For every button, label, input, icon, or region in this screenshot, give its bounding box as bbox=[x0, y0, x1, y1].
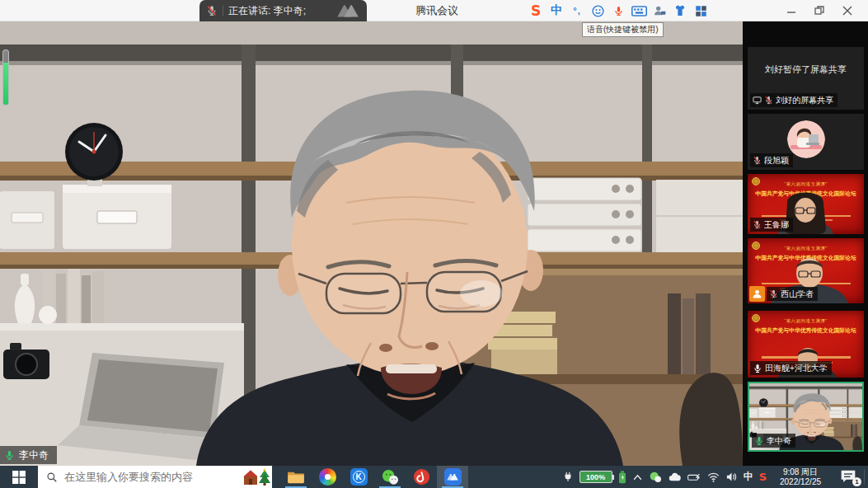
mic-speaking-icon bbox=[4, 450, 15, 461]
wechat-tray-icon[interactable] bbox=[649, 472, 662, 483]
tencent-meeting-logo-icon bbox=[335, 2, 360, 19]
wifi-icon[interactable] bbox=[707, 472, 720, 482]
sogou-logo-icon[interactable]: S bbox=[528, 2, 544, 19]
mic-speaking-icon bbox=[754, 436, 764, 446]
participant-tile-tianhaijian[interactable]: “第六届问道玉渊潭” 中国共产党与中华优秀传统文化国际论坛 田海舰+河北大学 bbox=[748, 311, 864, 378]
punctuation-icon[interactable]: °, bbox=[569, 2, 585, 19]
passport-icon[interactable] bbox=[651, 2, 668, 19]
battery-manager-icon[interactable] bbox=[618, 471, 626, 484]
search-input[interactable] bbox=[64, 471, 229, 483]
volume-level-indicator bbox=[2, 49, 9, 106]
participant-label: 李中奇 bbox=[752, 434, 795, 448]
clock-date: 2022/12/25 bbox=[769, 477, 832, 487]
participant-tile-xishanxuezhe[interactable]: “第六届问道玉渊潭” 中国共产党与中华优秀传统文化国际论坛 西山学者 bbox=[748, 238, 864, 303]
system-tray: 100% 中 S bbox=[562, 466, 767, 488]
tencent-meeting-taskbar-icon[interactable] bbox=[437, 466, 468, 488]
window-title: 腾讯会议 bbox=[396, 0, 478, 21]
member-badge-icon bbox=[749, 286, 765, 302]
speaker-name-badge: 李中奇 bbox=[0, 446, 57, 464]
clock-time: 9:08 周日 bbox=[769, 467, 832, 477]
participant-label: 西山学者 bbox=[767, 287, 818, 301]
ime-mode-tray-icon[interactable]: 中 bbox=[744, 470, 753, 484]
battery-pen-icon[interactable] bbox=[687, 472, 701, 482]
mic-muted-icon bbox=[769, 289, 778, 298]
show-desktop-edge[interactable] bbox=[864, 469, 865, 485]
windows-taskbar: K 100% bbox=[0, 466, 868, 488]
participant-tile-duanxuying[interactable]: 段旭颖 bbox=[748, 114, 864, 170]
power-plug-icon[interactable] bbox=[562, 471, 574, 483]
browser-pinwheel-icon[interactable] bbox=[312, 466, 343, 488]
christmas-decoration-icon bbox=[242, 467, 270, 486]
speaker-name: 李中奇 bbox=[19, 448, 49, 462]
toolbox-icon[interactable] bbox=[692, 2, 709, 19]
participant-tile-screenshare[interactable]: 刘好暂停了屏幕共享 刘好的屏幕共享 bbox=[748, 47, 864, 110]
participant-label: 王鲁娜 bbox=[750, 218, 793, 232]
notification-center-button[interactable]: 1 bbox=[840, 469, 860, 485]
titlebar: 正在讲话: 李中奇; 腾讯会议 S 中 °, bbox=[0, 0, 868, 21]
skin-icon[interactable] bbox=[672, 2, 688, 19]
netease-music-icon[interactable] bbox=[406, 466, 437, 488]
kugou-music-icon[interactable]: K bbox=[343, 466, 374, 488]
cloud-sync-icon[interactable] bbox=[668, 472, 682, 482]
close-button[interactable] bbox=[833, 0, 861, 21]
notification-count-badge: 1 bbox=[852, 477, 861, 486]
speaking-status: 正在讲话: 李中奇; bbox=[228, 4, 306, 18]
participants-sidebar: 刘好暂停了屏幕共享 刘好的屏幕共享 bbox=[743, 21, 868, 466]
voice-input-icon[interactable] bbox=[610, 2, 626, 19]
main-speaker-video[interactable]: 李中奇 bbox=[0, 21, 743, 466]
participant-label: 段旭颖 bbox=[750, 153, 793, 167]
start-button[interactable] bbox=[0, 466, 38, 488]
wechat-icon[interactable] bbox=[374, 466, 406, 488]
participant-tile-wangluna[interactable]: “第六届问道玉渊潭” 中国共产党与中华优秀传统文化国际论坛 王鲁娜 bbox=[748, 174, 864, 234]
sogou-tray-icon[interactable]: S bbox=[759, 471, 767, 483]
volume-icon[interactable] bbox=[725, 472, 738, 482]
mic-muted-icon bbox=[753, 220, 762, 229]
mic-muted-icon bbox=[206, 5, 218, 16]
screen-share-icon bbox=[753, 96, 762, 105]
chinese-mode-icon[interactable]: 中 bbox=[548, 2, 565, 19]
participant-tile-lizhongqi-active[interactable]: 李中奇 bbox=[748, 382, 864, 452]
keyboard-icon[interactable] bbox=[631, 2, 647, 19]
screenshare-paused-toast: 刘好暂停了屏幕共享 bbox=[748, 63, 864, 76]
file-explorer-icon[interactable] bbox=[280, 466, 312, 488]
speaker-video-frame bbox=[0, 21, 743, 466]
minimize-button[interactable] bbox=[777, 0, 805, 21]
tab-divider bbox=[223, 6, 223, 16]
sogou-ime-toolbar: S 中 °, bbox=[528, 2, 709, 20]
tray-chevron-up-icon[interactable] bbox=[632, 473, 643, 481]
voice-shortcut-tooltip: 语音(快捷键被禁用) bbox=[582, 22, 664, 37]
mic-muted-icon bbox=[764, 96, 773, 105]
taskbar-search[interactable] bbox=[38, 466, 272, 488]
participant-label: 田海舰+河北大学 bbox=[750, 361, 832, 375]
window-controls bbox=[777, 0, 861, 21]
mic-muted-icon bbox=[753, 156, 762, 165]
taskbar-clock[interactable]: 9:08 周日 2022/12/25 bbox=[769, 467, 832, 486]
search-icon bbox=[46, 472, 58, 483]
restore-button[interactable] bbox=[805, 0, 833, 21]
taskbar-app-icons: K bbox=[280, 466, 468, 488]
meeting-tab[interactable]: 正在讲话: 李中奇; bbox=[199, 0, 367, 21]
emoji-icon[interactable] bbox=[589, 2, 606, 19]
participant-label: 刘好的屏幕共享 bbox=[750, 93, 838, 107]
mic-on-icon bbox=[753, 364, 762, 373]
battery-percentage-badge[interactable]: 100% bbox=[579, 471, 612, 483]
tencent-meeting-window: 正在讲话: 李中奇; 腾讯会议 S 中 °, bbox=[0, 0, 868, 488]
